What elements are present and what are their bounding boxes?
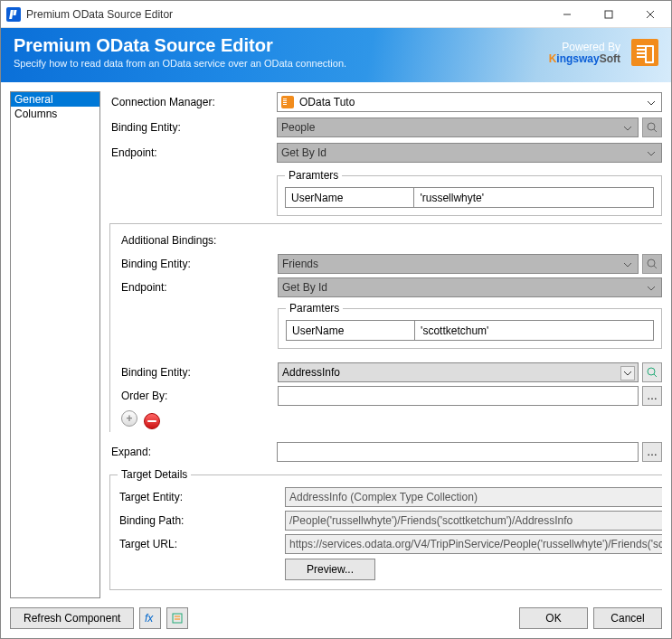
chevron-down-icon bbox=[644, 281, 658, 296]
binding-entity-3-combo[interactable]: AddressInfo bbox=[278, 362, 639, 382]
brand-logo: Powered By KingswaySoft bbox=[549, 41, 620, 64]
binding-entity-1-value: People bbox=[281, 121, 315, 134]
parameters-2-legend: Paramters bbox=[286, 302, 343, 315]
binding-entity-1-label: Binding Entity: bbox=[109, 121, 277, 134]
parameters-1-fieldset: Paramters UserName 'russellwhyte' bbox=[277, 169, 662, 216]
svg-rect-11 bbox=[173, 614, 182, 623]
param-1-name[interactable]: UserName bbox=[286, 188, 414, 208]
svg-point-4 bbox=[648, 123, 655, 130]
cancel-button[interactable]: Cancel bbox=[593, 607, 662, 629]
search-icon bbox=[646, 366, 658, 379]
search-entity-1-button[interactable] bbox=[642, 117, 662, 137]
parameters-2-fieldset: Paramters UserName 'scottketchum' bbox=[278, 302, 662, 349]
additional-bindings-group: Additional Bindings: Binding Entity: Fri… bbox=[109, 223, 662, 432]
binding-path-label: Binding Path: bbox=[118, 514, 285, 527]
target-entity-label: Target Entity: bbox=[118, 491, 285, 503]
param-1-value[interactable]: 'russellwhyte' bbox=[414, 188, 654, 208]
titlebar: Premium OData Source Editor bbox=[1, 1, 671, 28]
window-title: Premium OData Source Editor bbox=[26, 8, 546, 21]
banner: Premium OData Source Editor Specify how … bbox=[1, 28, 671, 82]
search-entity-2-button[interactable] bbox=[642, 254, 662, 274]
window-buttons bbox=[546, 1, 671, 27]
svg-point-6 bbox=[648, 259, 655, 267]
sidebar-item-columns[interactable]: Columns bbox=[11, 107, 99, 121]
documentation-button[interactable] bbox=[166, 607, 188, 629]
endpoint-2-label: Endpoint: bbox=[119, 281, 278, 294]
footer: Refresh Component fx OK Cancel bbox=[1, 602, 671, 638]
target-url-value: https://services.odata.org/V4/TripPinSer… bbox=[285, 534, 662, 554]
expand-input[interactable] bbox=[277, 442, 639, 462]
search-icon bbox=[646, 121, 658, 134]
close-button[interactable] bbox=[629, 1, 671, 27]
binding-entity-2-combo[interactable]: Friends bbox=[278, 254, 639, 274]
svg-text:fx: fx bbox=[145, 612, 154, 625]
endpoint-1-label: Endpoint: bbox=[109, 146, 277, 159]
banner-title: Premium OData Source Editor bbox=[14, 35, 346, 56]
search-icon bbox=[646, 258, 658, 270]
powered-by-label: Powered By bbox=[562, 41, 620, 53]
binding-entity-3-value: AddressInfo bbox=[282, 366, 340, 379]
table-row: UserName 'russellwhyte' bbox=[286, 188, 654, 208]
endpoint-1-combo[interactable]: Get By Id bbox=[277, 143, 662, 163]
parameters-2-table: UserName 'scottketchum' bbox=[286, 320, 654, 341]
refresh-component-button[interactable]: Refresh Component bbox=[10, 607, 134, 629]
search-entity-3-button[interactable] bbox=[642, 362, 662, 382]
component-icon bbox=[631, 39, 658, 66]
parameters-1-legend: Paramters bbox=[285, 169, 342, 182]
binding-entity-1-combo[interactable]: People bbox=[277, 117, 639, 137]
param-2-value[interactable]: 'scottketchum' bbox=[415, 321, 654, 341]
connection-icon bbox=[281, 96, 294, 108]
endpoint-2-combo[interactable]: Get By Id bbox=[278, 277, 662, 297]
expression-button[interactable]: fx bbox=[139, 607, 161, 629]
binding-entity-3-label: Binding Entity: bbox=[119, 366, 278, 379]
svg-rect-1 bbox=[605, 11, 612, 18]
target-entity-value: AddressInfo (Complex Type Collection) bbox=[285, 487, 662, 507]
order-by-ellipsis-button[interactable]: … bbox=[642, 386, 662, 406]
binding-entity-2-value: Friends bbox=[282, 258, 318, 270]
svg-line-5 bbox=[654, 129, 657, 132]
document-icon bbox=[171, 612, 184, 625]
sidebar-item-general[interactable]: General bbox=[11, 92, 99, 107]
chevron-down-icon bbox=[644, 146, 658, 161]
binding-entity-2-label: Binding Entity: bbox=[119, 258, 278, 270]
content: General Columns Connection Manager: ODat… bbox=[1, 82, 671, 602]
target-details-legend: Target Details bbox=[118, 468, 191, 481]
order-by-input[interactable] bbox=[278, 386, 639, 406]
ellipsis-icon: … bbox=[647, 390, 658, 402]
svg-line-7 bbox=[654, 266, 657, 268]
svg-line-9 bbox=[654, 374, 657, 377]
svg-point-8 bbox=[648, 368, 655, 375]
ellipsis-icon: … bbox=[647, 446, 658, 458]
target-url-label: Target URL: bbox=[118, 538, 285, 550]
main-panel: Connection Manager: OData Tuto Binding E… bbox=[100, 91, 662, 598]
ok-button[interactable]: OK bbox=[519, 607, 588, 629]
additional-bindings-label: Additional Bindings: bbox=[119, 234, 278, 247]
sidebar: General Columns bbox=[10, 91, 100, 598]
expand-ellipsis-button[interactable]: … bbox=[642, 442, 662, 462]
window: Premium OData Source Editor Premium ODat… bbox=[0, 0, 672, 639]
connection-manager-value: OData Tuto bbox=[299, 96, 355, 108]
endpoint-2-value: Get By Id bbox=[282, 281, 327, 294]
target-details-fieldset: Target Details Target Entity: AddressInf… bbox=[109, 468, 662, 590]
preview-button[interactable]: Preview... bbox=[285, 559, 375, 580]
parameters-1-table: UserName 'russellwhyte' bbox=[285, 187, 654, 208]
minimize-button[interactable] bbox=[546, 1, 588, 27]
chevron-down-icon bbox=[620, 258, 635, 272]
add-binding-button[interactable] bbox=[121, 410, 137, 427]
connection-manager-combo[interactable]: OData Tuto bbox=[277, 92, 662, 112]
order-by-label: Order By: bbox=[119, 390, 278, 402]
fx-icon: fx bbox=[144, 612, 156, 625]
endpoint-1-value: Get By Id bbox=[281, 146, 327, 159]
remove-binding-button[interactable] bbox=[144, 413, 160, 429]
banner-subtitle: Specify how to read data from an OData s… bbox=[14, 58, 346, 69]
table-row: UserName 'scottketchum' bbox=[287, 321, 654, 341]
chevron-down-icon bbox=[620, 366, 635, 381]
param-2-name[interactable]: UserName bbox=[287, 321, 415, 341]
binding-path-value: /People('russellwhyte')/Friends('scottke… bbox=[285, 511, 662, 531]
connection-manager-label: Connection Manager: bbox=[109, 96, 277, 108]
chevron-down-icon bbox=[620, 121, 635, 136]
maximize-button[interactable] bbox=[588, 1, 629, 27]
chevron-down-icon bbox=[644, 96, 658, 110]
app-logo-icon bbox=[6, 7, 21, 22]
expand-label: Expand: bbox=[109, 446, 277, 458]
